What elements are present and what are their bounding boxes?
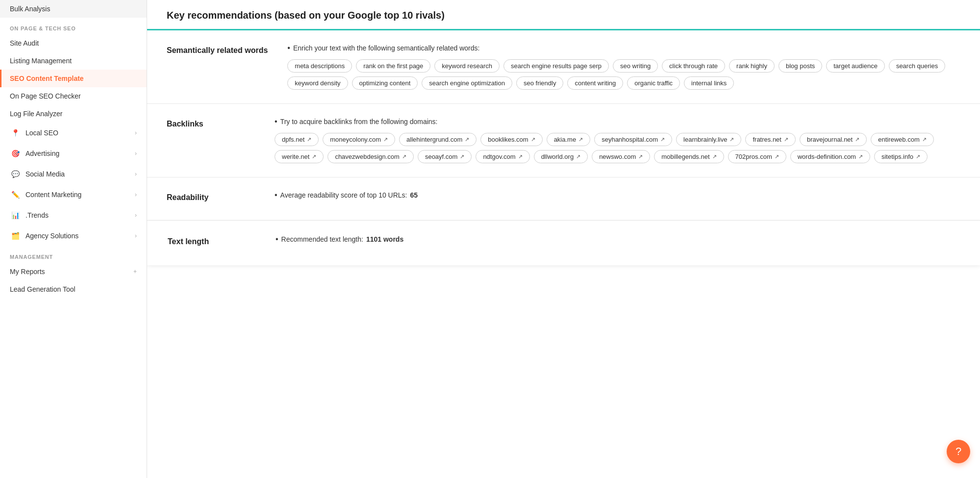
backlink-domain-tag[interactable]: seoayf.com ↗ xyxy=(418,150,472,163)
sidebar-item-bulk-analysis[interactable]: Bulk Analysis xyxy=(0,0,147,18)
backlink-domain-tag[interactable]: mobillegends.net ↗ xyxy=(654,150,724,163)
social-media-icon: 💬 xyxy=(10,169,21,179)
sidebar-item-label: Site Audit xyxy=(10,39,39,47)
backlink-domain-tag[interactable]: moneycolony.com ↗ xyxy=(323,133,395,146)
semantic-tag[interactable]: content writing xyxy=(567,76,623,90)
backlink-domain-tag[interactable]: sitetips.info ↗ xyxy=(874,150,928,163)
sidebar-item-label: Agency Solutions xyxy=(25,232,78,240)
backlink-domain-tag[interactable]: ndtgov.com ↗ xyxy=(476,150,529,163)
semantic-tag[interactable]: rank on the first page xyxy=(356,59,430,73)
semantic-tag[interactable]: blog posts xyxy=(779,59,822,73)
external-link-icon: ↗ xyxy=(775,153,779,160)
sidebar-item-label: .Trends xyxy=(25,211,49,219)
sidebar-item-agency-solutions[interactable]: 🗂️Agency Solutions› xyxy=(0,226,147,246)
sidebar-item-label: Listing Management xyxy=(10,57,72,65)
sidebar-section-label: MANAGEMENT xyxy=(0,246,147,263)
backlinks-content: Try to acquire backlinks from the follow… xyxy=(275,118,960,163)
sidebar-item-trends[interactable]: 📊.Trends› xyxy=(0,205,147,226)
external-link-icon: ↗ xyxy=(578,136,583,143)
external-link-icon: ↗ xyxy=(518,153,523,160)
external-link-icon: ↗ xyxy=(383,136,388,143)
sidebar-item-label: My Reports xyxy=(10,268,45,276)
semantic-tag[interactable]: meta descriptions xyxy=(287,59,352,73)
chevron-right-icon: › xyxy=(135,232,137,239)
backlink-domain-tag[interactable]: dpfs.net ↗ xyxy=(275,133,319,146)
semantic-tag[interactable]: internal links xyxy=(684,76,734,90)
external-link-icon: ↗ xyxy=(638,153,643,160)
semantic-tag[interactable]: organic traffic xyxy=(627,76,680,90)
backlink-domain-tag[interactable]: booklikes.com ↗ xyxy=(480,133,542,146)
plus-icon[interactable]: + xyxy=(133,268,137,275)
sidebar-item-label: Bulk Analysis xyxy=(10,5,50,13)
content-marketing-icon: ✏️ xyxy=(10,189,21,200)
sidebar-item-on-page-seo-checker[interactable]: On Page SEO Checker xyxy=(0,87,147,105)
sidebar-item-label: Content Marketing xyxy=(25,191,81,199)
sidebar-item-label: Local SEO xyxy=(25,129,58,137)
sidebar-item-log-file-analyzer[interactable]: Log File Analyzer xyxy=(0,105,147,123)
sidebar-item-content-marketing[interactable]: ✏️Content Marketing› xyxy=(0,184,147,205)
sidebar-item-advertising[interactable]: 🎯Advertising› xyxy=(0,143,147,164)
sidebar-item-site-audit[interactable]: Site Audit xyxy=(0,34,147,52)
chevron-right-icon: › xyxy=(135,191,137,198)
chevron-right-icon: › xyxy=(135,129,137,136)
external-link-icon: ↗ xyxy=(712,153,717,160)
backlink-domain-tag[interactable]: akia.me ↗ xyxy=(547,133,591,146)
backlink-domain-tag[interactable]: werite.net ↗ xyxy=(275,150,324,163)
text-length-value: 1101 words xyxy=(366,235,403,243)
semantically-section: Semantically related words Enrich your t… xyxy=(147,30,980,104)
external-link-icon: ↗ xyxy=(784,136,788,143)
sidebar-item-my-reports[interactable]: My Reports+ xyxy=(0,263,147,280)
sidebar-item-label: On Page SEO Checker xyxy=(10,92,81,100)
semantic-tag[interactable]: keyword research xyxy=(434,59,500,73)
sidebar-item-label: Social Media xyxy=(25,170,65,178)
semantic-tag[interactable]: seo friendly xyxy=(516,76,563,90)
backlink-domain-tag[interactable]: chavezwebdesign.com ↗ xyxy=(327,150,414,163)
backlink-domain-tag[interactable]: entireweb.com ↗ xyxy=(871,133,934,146)
semantic-tag[interactable]: search engine results page serp xyxy=(503,59,609,73)
main-content: Key recommendations (based on your Googl… xyxy=(147,0,980,478)
semantic-tag[interactable]: search engine optimization xyxy=(422,76,512,90)
semantic-tag[interactable]: keyword density xyxy=(287,76,348,90)
sidebar-item-lead-generation-tool[interactable]: Lead Generation Tool xyxy=(0,280,147,298)
sidebar-item-local-seo[interactable]: 📍Local SEO› xyxy=(0,123,147,143)
semantic-tag[interactable]: seo writing xyxy=(613,59,658,73)
chevron-right-icon: › xyxy=(135,171,137,177)
external-link-icon: ↗ xyxy=(922,136,927,143)
semantically-content: Enrich your text with the following sema… xyxy=(287,44,960,90)
sidebar-item-social-media[interactable]: 💬Social Media› xyxy=(0,164,147,184)
backlink-domain-tag[interactable]: words-definition.com ↗ xyxy=(790,150,870,163)
text-length-content: Recommended text length: 1101 words xyxy=(276,235,959,251)
external-link-icon: ↗ xyxy=(465,136,469,143)
backlink-domain-tag[interactable]: learnbrainly.live ↗ xyxy=(676,133,741,146)
semantic-tag[interactable]: rank highly xyxy=(729,59,775,73)
backlink-domain-tag[interactable]: 702pros.com ↗ xyxy=(728,150,786,163)
semantically-bullet: Enrich your text with the following sema… xyxy=(287,44,960,52)
readability-content: Average readability score of top 10 URLs… xyxy=(275,191,960,206)
semantically-tags: meta descriptionsrank on the first pagek… xyxy=(287,59,960,90)
external-link-icon: ↗ xyxy=(531,136,535,143)
backlink-domain-tag[interactable]: bravejournal.net ↗ xyxy=(800,133,867,146)
semantic-tag[interactable]: click through rate xyxy=(662,59,725,73)
backlink-domain-tag[interactable]: allehintergrund.com ↗ xyxy=(399,133,477,146)
sidebar-item-label: Lead Generation Tool xyxy=(10,285,75,293)
backlink-domain-tag[interactable]: dllworld.org ↗ xyxy=(534,150,588,163)
chevron-right-icon: › xyxy=(135,212,137,219)
semantic-tag[interactable]: search queries xyxy=(889,59,945,73)
backlink-domain-tag[interactable]: seyhanhospital.com ↗ xyxy=(594,133,672,146)
sidebar-item-seo-content-template[interactable]: SEO Content Template xyxy=(0,70,147,87)
section-header: Key recommendations (based on your Googl… xyxy=(147,0,980,30)
trends-icon: 📊 xyxy=(10,210,21,221)
semantic-tag[interactable]: target audience xyxy=(826,59,885,73)
local-seo-icon: 📍 xyxy=(10,127,21,138)
backlink-domain-tag[interactable]: newswo.com ↗ xyxy=(592,150,650,163)
sidebar-item-listing-management[interactable]: Listing Management xyxy=(0,52,147,70)
external-link-icon: ↗ xyxy=(402,153,406,160)
sidebar: Bulk AnalysisON PAGE & TECH SEOSite Audi… xyxy=(0,0,147,478)
backlink-domain-tag[interactable]: fratres.net ↗ xyxy=(745,133,796,146)
floating-help-button[interactable]: ? xyxy=(947,440,970,463)
text-length-label: Text length xyxy=(168,235,256,251)
agency-solutions-icon: 🗂️ xyxy=(10,230,21,241)
content-panel: Key recommendations (based on your Googl… xyxy=(147,0,980,478)
semantic-tag[interactable]: optimizing content xyxy=(352,76,418,90)
floating-help-icon: ? xyxy=(955,445,961,458)
